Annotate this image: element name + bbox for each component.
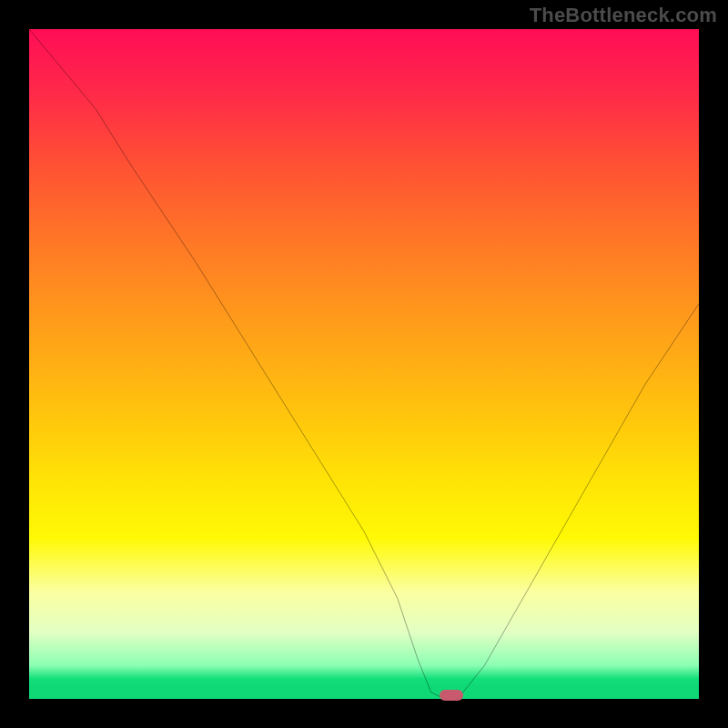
- watermark-text: TheBottleneck.com: [530, 4, 717, 27]
- optimal-marker: [440, 690, 463, 701]
- curve-path: [29, 29, 699, 699]
- chart-frame: TheBottleneck.com: [0, 0, 728, 728]
- plot-area: [29, 29, 699, 699]
- bottleneck-curve: [29, 29, 699, 699]
